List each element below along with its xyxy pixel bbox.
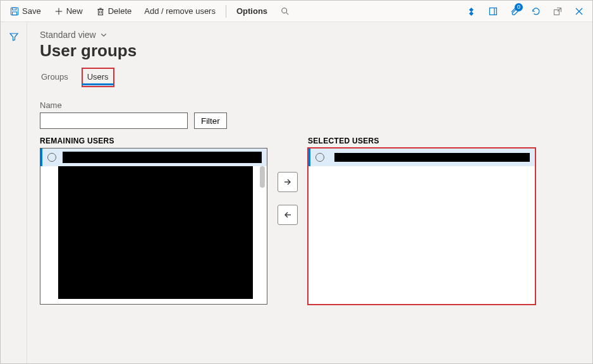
delete-label: Delete [108,6,132,16]
row-marker[interactable] [315,153,324,162]
redacted-content [58,166,253,299]
left-rail [1,22,27,363]
filter-pane-button[interactable] [4,27,23,46]
row-content [63,152,262,163]
arrow-left-icon [283,210,293,220]
view-selector[interactable]: Standard view [40,30,580,40]
remaining-users-list[interactable] [40,148,267,305]
attachments-count: 0 [515,3,523,11]
tab-strip: Groups Users [40,68,580,87]
options-button[interactable]: Options [231,4,272,18]
search-button[interactable] [275,4,295,19]
svg-rect-5 [98,9,102,15]
related-button[interactable] [462,2,481,21]
svg-marker-20 [10,33,18,40]
transfer-buttons [278,136,298,225]
list-item[interactable] [309,149,535,166]
svg-rect-2 [13,11,17,15]
name-input[interactable] [40,112,188,129]
view-label: Standard view [40,30,96,40]
new-label: New [66,6,83,16]
selected-users-list[interactable] [308,148,535,305]
popout-button[interactable] [548,2,567,21]
toolbar: Save New Delete Add / remove users Optio… [1,1,592,22]
popout-icon [553,6,563,16]
row-content [334,153,530,162]
delete-button[interactable]: Delete [90,4,137,19]
move-right-button[interactable] [278,172,298,192]
close-icon [574,6,584,16]
tab-users[interactable]: Users [82,68,114,87]
close-button[interactable] [570,2,589,21]
options-label: Options [236,6,267,16]
svg-point-10 [282,8,287,13]
tab-groups[interactable]: Groups [40,68,70,87]
trash-icon [95,6,106,16]
svg-rect-1 [13,8,16,10]
scrollbar[interactable] [258,166,267,304]
refresh-button[interactable] [527,2,546,21]
page-title: User groups [40,41,580,61]
search-icon [280,6,290,16]
filter-button[interactable]: Filter [194,112,227,129]
save-label: Save [22,6,41,16]
arrow-right-icon [283,177,293,187]
save-button[interactable]: Save [4,4,46,19]
scrollbar-thumb[interactable] [260,166,265,188]
svg-rect-14 [490,8,497,15]
diamond-icon [467,6,477,16]
add-remove-users-button[interactable]: Add / remove users [139,4,221,18]
toolbar-separator [226,5,226,18]
list-item[interactable] [40,149,267,166]
remaining-users-title: REMAINING USERS [40,136,267,145]
main-content: Standard view User groups Groups Users N… [27,22,592,363]
name-label: Name [40,100,580,110]
new-button[interactable]: New [49,4,88,19]
add-remove-users-label: Add / remove users [144,6,216,16]
attachments-button[interactable]: 0 [505,2,524,21]
svg-line-11 [286,12,289,15]
office-button[interactable] [484,2,503,21]
refresh-icon [531,6,541,16]
selected-users-title: SELECTED USERS [308,136,535,145]
move-left-button[interactable] [278,205,298,225]
remaining-users-panel: REMAINING USERS [40,136,267,305]
row-marker[interactable] [47,153,56,162]
selected-users-panel: SELECTED USERS [308,136,535,305]
chevron-down-icon [100,31,107,39]
office-icon [488,6,498,16]
funnel-icon [9,32,19,42]
save-icon [9,6,20,16]
plus-icon [54,6,64,16]
svg-rect-13 [469,11,474,15]
